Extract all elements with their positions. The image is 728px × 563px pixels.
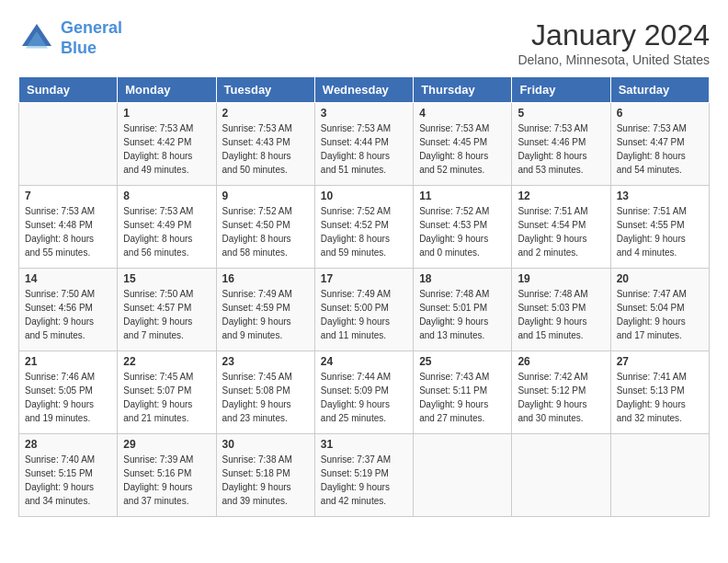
day-info: Sunrise: 7:52 AMSunset: 4:53 PMDaylight:… bbox=[419, 204, 506, 259]
day-number: 26 bbox=[518, 355, 604, 368]
calendar-cell: 23 Sunrise: 7:45 AMSunset: 5:08 PMDaylig… bbox=[216, 351, 314, 434]
day-info: Sunrise: 7:50 AMSunset: 4:57 PMDaylight:… bbox=[123, 287, 210, 342]
day-number: 11 bbox=[419, 190, 506, 202]
day-number: 5 bbox=[518, 107, 604, 120]
calendar-cell: 6 Sunrise: 7:53 AMSunset: 4:47 PMDayligh… bbox=[610, 103, 709, 186]
day-number: 22 bbox=[123, 355, 210, 368]
day-number: 25 bbox=[419, 355, 506, 368]
calendar-cell: 3 Sunrise: 7:53 AMSunset: 4:44 PMDayligh… bbox=[314, 103, 413, 186]
day-info: Sunrise: 7:37 AMSunset: 5:19 PMDaylight:… bbox=[321, 453, 407, 508]
day-number: 13 bbox=[617, 190, 703, 202]
calendar-cell: 12 Sunrise: 7:51 AMSunset: 4:54 PMDaylig… bbox=[512, 186, 610, 269]
calendar-cell: 8 Sunrise: 7:53 AMSunset: 4:49 PMDayligh… bbox=[118, 186, 216, 269]
calendar-cell bbox=[414, 434, 512, 517]
day-info: Sunrise: 7:51 AMSunset: 4:54 PMDaylight:… bbox=[518, 204, 604, 259]
page-header: General Blue January 2024 Delano, Minnes… bbox=[18, 18, 710, 67]
day-info: Sunrise: 7:46 AMSunset: 5:05 PMDaylight:… bbox=[25, 370, 111, 425]
calendar-cell: 30 Sunrise: 7:38 AMSunset: 5:18 PMDaylig… bbox=[216, 434, 314, 517]
calendar-week-0: 1 Sunrise: 7:53 AMSunset: 4:42 PMDayligh… bbox=[19, 103, 710, 186]
calendar-cell: 26 Sunrise: 7:42 AMSunset: 5:12 PMDaylig… bbox=[512, 351, 610, 434]
header-wednesday: Wednesday bbox=[314, 77, 413, 103]
day-info: Sunrise: 7:53 AMSunset: 4:43 PMDaylight:… bbox=[222, 121, 309, 177]
day-info: Sunrise: 7:42 AMSunset: 5:12 PMDaylight:… bbox=[518, 370, 604, 425]
day-number: 30 bbox=[222, 438, 309, 451]
day-number: 12 bbox=[518, 190, 604, 202]
day-info: Sunrise: 7:38 AMSunset: 5:18 PMDaylight:… bbox=[222, 453, 309, 508]
day-info: Sunrise: 7:48 AMSunset: 5:03 PMDaylight:… bbox=[518, 287, 604, 342]
calendar-cell: 9 Sunrise: 7:52 AMSunset: 4:50 PMDayligh… bbox=[216, 186, 314, 269]
day-info: Sunrise: 7:53 AMSunset: 4:42 PMDaylight:… bbox=[123, 121, 210, 177]
logo-text: General Blue bbox=[61, 18, 122, 58]
calendar-cell: 14 Sunrise: 7:50 AMSunset: 4:56 PMDaylig… bbox=[19, 269, 118, 351]
header-friday: Friday bbox=[512, 77, 610, 103]
calendar-cell: 29 Sunrise: 7:39 AMSunset: 5:16 PMDaylig… bbox=[118, 434, 216, 517]
day-info: Sunrise: 7:51 AMSunset: 4:55 PMDaylight:… bbox=[617, 204, 703, 259]
day-info: Sunrise: 7:53 AMSunset: 4:47 PMDaylight:… bbox=[617, 121, 703, 177]
calendar-subtitle: Delano, Minnesota, United States bbox=[518, 52, 710, 67]
day-info: Sunrise: 7:45 AMSunset: 5:08 PMDaylight:… bbox=[222, 370, 309, 425]
day-number: 29 bbox=[123, 438, 210, 451]
day-number: 8 bbox=[123, 190, 210, 202]
calendar-cell bbox=[512, 434, 610, 517]
day-number: 24 bbox=[321, 355, 407, 368]
title-section: January 2024 Delano, Minnesota, United S… bbox=[518, 18, 710, 67]
calendar-cell: 15 Sunrise: 7:50 AMSunset: 4:57 PMDaylig… bbox=[118, 269, 216, 351]
day-info: Sunrise: 7:44 AMSunset: 5:09 PMDaylight:… bbox=[321, 370, 407, 425]
day-info: Sunrise: 7:53 AMSunset: 4:44 PMDaylight:… bbox=[321, 121, 407, 177]
day-number: 23 bbox=[222, 355, 309, 368]
calendar-table: Sunday Monday Tuesday Wednesday Thursday… bbox=[18, 76, 710, 517]
calendar-cell: 17 Sunrise: 7:49 AMSunset: 5:00 PMDaylig… bbox=[314, 269, 413, 351]
calendar-cell: 16 Sunrise: 7:49 AMSunset: 4:59 PMDaylig… bbox=[216, 269, 314, 351]
calendar-cell: 18 Sunrise: 7:48 AMSunset: 5:01 PMDaylig… bbox=[414, 269, 512, 351]
day-number: 6 bbox=[617, 107, 703, 120]
calendar-cell: 27 Sunrise: 7:41 AMSunset: 5:13 PMDaylig… bbox=[610, 351, 709, 434]
calendar-cell: 22 Sunrise: 7:45 AMSunset: 5:07 PMDaylig… bbox=[118, 351, 216, 434]
calendar-cell: 24 Sunrise: 7:44 AMSunset: 5:09 PMDaylig… bbox=[314, 351, 413, 434]
day-number: 1 bbox=[123, 107, 210, 120]
calendar-cell: 19 Sunrise: 7:48 AMSunset: 5:03 PMDaylig… bbox=[512, 269, 610, 351]
day-info: Sunrise: 7:49 AMSunset: 4:59 PMDaylight:… bbox=[222, 287, 309, 342]
day-info: Sunrise: 7:48 AMSunset: 5:01 PMDaylight:… bbox=[419, 287, 506, 342]
day-info: Sunrise: 7:47 AMSunset: 5:04 PMDaylight:… bbox=[617, 287, 703, 342]
logo-line2: Blue bbox=[61, 39, 97, 57]
header-row: Sunday Monday Tuesday Wednesday Thursday… bbox=[19, 77, 710, 103]
day-info: Sunrise: 7:52 AMSunset: 4:52 PMDaylight:… bbox=[321, 204, 407, 259]
calendar-title: January 2024 bbox=[518, 18, 710, 52]
day-number: 18 bbox=[419, 272, 506, 285]
day-info: Sunrise: 7:39 AMSunset: 5:16 PMDaylight:… bbox=[123, 453, 210, 508]
day-number: 2 bbox=[222, 107, 309, 120]
calendar-week-1: 7 Sunrise: 7:53 AMSunset: 4:48 PMDayligh… bbox=[19, 186, 710, 269]
day-number: 10 bbox=[321, 190, 407, 202]
calendar-cell: 1 Sunrise: 7:53 AMSunset: 4:42 PMDayligh… bbox=[118, 103, 216, 186]
calendar-cell: 4 Sunrise: 7:53 AMSunset: 4:45 PMDayligh… bbox=[414, 103, 512, 186]
day-number: 15 bbox=[123, 272, 210, 285]
logo: General Blue bbox=[18, 18, 122, 58]
calendar-cell: 13 Sunrise: 7:51 AMSunset: 4:55 PMDaylig… bbox=[610, 186, 709, 269]
calendar-cell: 10 Sunrise: 7:52 AMSunset: 4:52 PMDaylig… bbox=[314, 186, 413, 269]
calendar-cell bbox=[610, 434, 709, 517]
day-info: Sunrise: 7:50 AMSunset: 4:56 PMDaylight:… bbox=[25, 287, 111, 342]
calendar-cell: 28 Sunrise: 7:40 AMSunset: 5:15 PMDaylig… bbox=[19, 434, 118, 517]
day-number: 17 bbox=[321, 272, 407, 285]
day-info: Sunrise: 7:53 AMSunset: 4:46 PMDaylight:… bbox=[518, 121, 604, 177]
calendar-cell: 7 Sunrise: 7:53 AMSunset: 4:48 PMDayligh… bbox=[19, 186, 118, 269]
calendar-cell: 25 Sunrise: 7:43 AMSunset: 5:11 PMDaylig… bbox=[414, 351, 512, 434]
logo-icon bbox=[18, 20, 55, 57]
day-info: Sunrise: 7:53 AMSunset: 4:45 PMDaylight:… bbox=[419, 121, 506, 177]
day-number: 7 bbox=[25, 190, 111, 202]
calendar-cell: 11 Sunrise: 7:52 AMSunset: 4:53 PMDaylig… bbox=[414, 186, 512, 269]
day-number: 9 bbox=[222, 190, 309, 202]
day-info: Sunrise: 7:53 AMSunset: 4:49 PMDaylight:… bbox=[123, 204, 210, 259]
day-number: 4 bbox=[419, 107, 506, 120]
day-number: 16 bbox=[222, 272, 309, 285]
calendar-header: Sunday Monday Tuesday Wednesday Thursday… bbox=[19, 77, 710, 103]
day-number: 14 bbox=[25, 272, 111, 285]
calendar-body: 1 Sunrise: 7:53 AMSunset: 4:42 PMDayligh… bbox=[19, 103, 710, 517]
logo-line1: General bbox=[61, 18, 122, 37]
day-number: 21 bbox=[25, 355, 111, 368]
day-number: 3 bbox=[321, 107, 407, 120]
day-info: Sunrise: 7:43 AMSunset: 5:11 PMDaylight:… bbox=[419, 370, 506, 425]
header-saturday: Saturday bbox=[610, 77, 709, 103]
calendar-week-4: 28 Sunrise: 7:40 AMSunset: 5:15 PMDaylig… bbox=[19, 434, 710, 517]
day-number: 19 bbox=[518, 272, 604, 285]
